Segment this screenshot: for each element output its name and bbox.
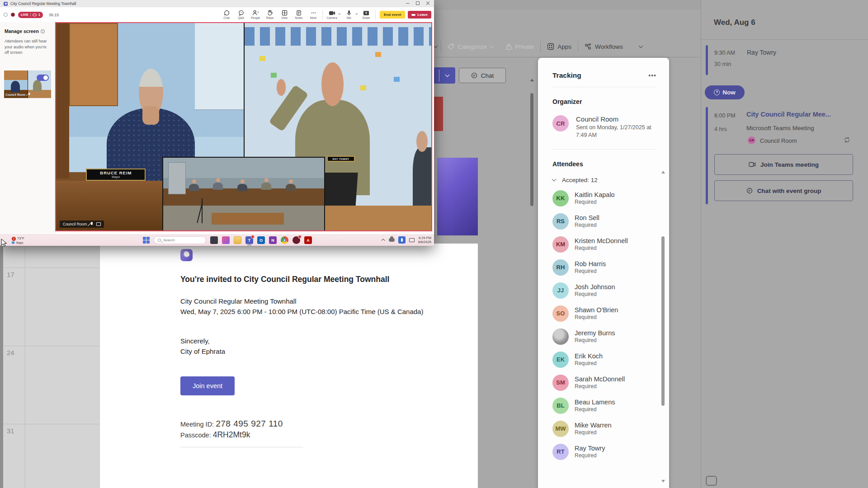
taskbar-clock[interactable]: 6:29 PM 8/6/2025 (418, 236, 431, 244)
chat-with-event-group-button[interactable]: Chat with event group (714, 180, 853, 201)
maximize-icon[interactable] (416, 1, 420, 5)
start-button[interactable] (143, 237, 150, 244)
attendee-row[interactable]: SOShawn O'BrienRequired (552, 305, 656, 322)
nameplate: RAY TOWRY (327, 156, 355, 162)
screen-toggle[interactable] (37, 75, 49, 81)
teams-app-icon[interactable]: T (245, 236, 253, 244)
meeting-id-label: Meeting ID: (180, 421, 214, 428)
avatar: CR (552, 115, 569, 131)
calendar-day-cell[interactable]: 24 (3, 346, 99, 357)
calendar-day-cell[interactable]: 31 (3, 424, 99, 435)
file-explorer-icon[interactable] (234, 236, 241, 244)
share-button[interactable]: Share (359, 10, 373, 19)
qa-button[interactable]: Q&A (234, 10, 248, 19)
monitor-app-icon[interactable] (210, 236, 218, 244)
mic-in-use-icon[interactable] (398, 236, 406, 244)
acrobat-app-icon[interactable]: A (304, 236, 312, 244)
attendee-row[interactable]: Jeremy BurnsRequired (552, 328, 656, 345)
minimize-icon[interactable] (406, 1, 410, 4)
end-event-button[interactable]: End event (380, 11, 405, 19)
attendee-name: Sarah McDonnell (575, 375, 625, 383)
info-icon[interactable]: i (41, 29, 45, 33)
chevron-down-icon (552, 177, 557, 182)
view-button[interactable]: View (278, 10, 291, 19)
attendee-row[interactable]: BLBeau LamensRequired (552, 397, 656, 414)
weather-widget[interactable]: 273°F Rain (12, 236, 24, 245)
attendee-scrollbar[interactable] (661, 171, 665, 483)
attendee-row[interactable]: SMSarah McDonnellRequired (552, 374, 656, 391)
attendee-row[interactable]: KKKaitlin KapaloRequired (552, 190, 656, 206)
thumb-room-label: Council Room (5, 93, 25, 96)
meeting-titlebar[interactable]: City Council Regular Meeting Townhall (0, 0, 434, 7)
chat-button[interactable]: Chat (220, 10, 233, 19)
onedrive-icon[interactable] (389, 238, 395, 242)
event2-subtitle: Microsoft Teams Meeting (746, 125, 814, 131)
join-teams-meeting-button[interactable]: Join Teams meeting (714, 154, 853, 175)
calendar-day-cell[interactable]: 17 (3, 267, 99, 278)
notes-icon[interactable] (706, 476, 717, 486)
media-app-icon[interactable] (222, 236, 230, 244)
video-tile-room (162, 157, 325, 230)
room-name: Council Room (63, 222, 87, 226)
attendee-role: Required (575, 337, 615, 343)
event2-title[interactable]: City Council Regular Mee... (746, 111, 831, 118)
rsvp-split-button[interactable] (432, 67, 455, 84)
join-event-button[interactable]: Join event (180, 376, 235, 395)
workflows-button[interactable]: Workflows (578, 36, 629, 57)
camera-button[interactable]: Camera (325, 10, 339, 19)
leave-button[interactable]: Leave (408, 11, 431, 19)
scroll-up-icon[interactable] (530, 79, 534, 81)
screen-preview-thumbnail[interactable]: Council Room (4, 70, 51, 98)
attendee-row[interactable]: KMKristen McDonnellRequired (552, 236, 656, 253)
toolbar-overflow-chevron-icon[interactable] (639, 44, 643, 48)
share-label: Share (362, 16, 370, 19)
scroll-down-icon[interactable] (661, 480, 665, 483)
camera-options-chevron-icon[interactable] (338, 12, 341, 15)
attendee-row[interactable]: RSRon SellRequired (552, 213, 656, 230)
attendee-role: Required (575, 222, 599, 228)
notes-label: Notes (295, 16, 303, 19)
tray-expand-icon[interactable] (381, 239, 385, 242)
viewer-count: 1 (38, 13, 40, 17)
outlook-app-icon[interactable]: O (257, 236, 265, 244)
raise-hand-button[interactable]: Raise (263, 10, 277, 19)
attendee-row[interactable]: JJJosh JohnsonRequired (552, 282, 656, 299)
accepted-group-toggle[interactable]: Accepted: 12 (552, 177, 656, 183)
more-button[interactable]: More (307, 10, 320, 19)
attendee-row[interactable]: RTRay TowryRequired (552, 443, 656, 460)
attendee-name: Kristen McDonnell (575, 237, 628, 244)
email-event-details: City Council Regular Meeting Townhall We… (180, 296, 440, 317)
meeting-timer: 36:15 (49, 13, 59, 17)
attendee-row[interactable]: RHRob HarrisRequired (552, 259, 656, 276)
event-toolbar: Categorize Private Apps Workflows (434, 36, 701, 57)
attendee-row[interactable]: EKErik KochRequired (552, 351, 656, 368)
now-pill[interactable]: Now (705, 85, 745, 99)
mic-button[interactable]: Mic (342, 10, 356, 19)
mic-options-chevron-icon[interactable] (355, 12, 358, 15)
attendee-row[interactable]: MWMike WarrenRequired (552, 420, 656, 437)
chevron-down-icon[interactable] (434, 44, 438, 48)
view-label: View (281, 16, 288, 19)
scrollbar-thumb[interactable] (661, 236, 665, 406)
event-color-bar (706, 107, 708, 204)
scroll-up-icon[interactable] (661, 171, 665, 174)
event-chat-button[interactable]: Chat (459, 68, 506, 83)
notes-button[interactable]: Notes (292, 10, 306, 19)
scrollbar-thumb[interactable] (530, 93, 533, 206)
categorize-button[interactable]: Categorize (441, 36, 500, 57)
taskbar-search-box[interactable]: Search (154, 236, 206, 244)
people-button[interactable]: 2 People (249, 10, 262, 19)
cast-icon[interactable] (409, 238, 415, 242)
chrome-icon[interactable] (281, 236, 288, 244)
private-button[interactable]: Private (500, 36, 540, 57)
office-app-icon[interactable]: N (269, 236, 277, 244)
close-icon[interactable] (426, 1, 429, 5)
attendee-role: Required (575, 199, 615, 205)
main-scrollbar[interactable] (530, 63, 533, 483)
apps-button[interactable]: Apps (541, 36, 578, 57)
weather-temp: 73°F (17, 236, 24, 240)
manage-screen-info: Attendees can still hear your audio when… (5, 38, 50, 56)
event1-title[interactable]: Ray Towry (747, 49, 776, 56)
more-options-icon[interactable]: ••• (648, 72, 656, 79)
snagit-app-icon[interactable] (292, 236, 300, 244)
